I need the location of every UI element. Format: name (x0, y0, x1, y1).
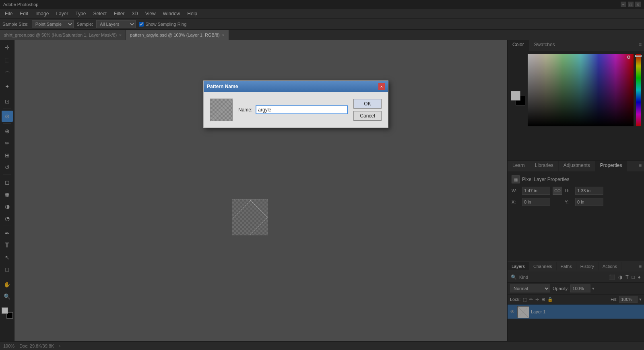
pattern-name-dialog: Pattern Name × Name: OK (203, 80, 388, 128)
dialog-cancel-button[interactable]: Cancel (353, 111, 382, 121)
dialog-name-input[interactable] (256, 105, 348, 114)
dialog-overlay: Pattern Name × Name: OK (0, 0, 644, 350)
dialog-form: Name: (238, 105, 348, 114)
pattern-preview-svg (211, 99, 233, 121)
dialog-title-bar: Pattern Name × (204, 81, 388, 92)
dialog-name-label: Name: (238, 107, 252, 113)
dialog-body: Name: OK Cancel (204, 92, 388, 128)
dialog-title: Pattern Name (207, 84, 238, 89)
dialog-ok-button[interactable]: OK (353, 99, 382, 109)
dialog-name-row: Name: (238, 105, 348, 114)
pattern-preview (210, 99, 233, 121)
dialog-buttons: OK Cancel (353, 99, 382, 121)
dialog-close-button[interactable]: × (378, 83, 385, 90)
